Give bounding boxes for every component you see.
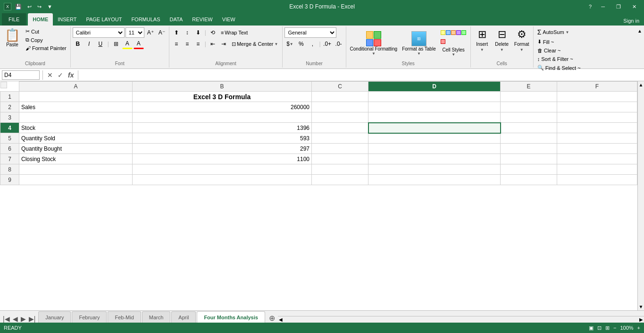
align-center-btn[interactable]: ≡ xyxy=(182,39,192,49)
function-btn[interactable]: fx xyxy=(67,71,75,79)
tab-insert[interactable]: INSERT xyxy=(53,13,81,26)
cell-A2[interactable]: Sales xyxy=(19,102,133,112)
cell-D1[interactable] xyxy=(368,92,501,102)
cell-E4[interactable] xyxy=(501,123,557,133)
tab-next-btn[interactable]: ▶ xyxy=(20,315,27,323)
indent-inc-btn[interactable]: ⇥ xyxy=(218,39,229,49)
view-normal-btn[interactable]: ▣ xyxy=(589,325,594,331)
underline-button[interactable]: U xyxy=(95,39,106,49)
cell-E9[interactable] xyxy=(501,175,557,185)
cell-C7[interactable] xyxy=(312,154,368,164)
ribbon-collapse-btn[interactable]: ▲ xyxy=(636,26,644,35)
cell-F9[interactable] xyxy=(557,175,637,185)
tab-page-layout[interactable]: PAGE LAYOUT xyxy=(81,13,126,26)
font-family-select[interactable]: Calibri xyxy=(73,27,125,38)
tab-data[interactable]: DATA xyxy=(165,13,188,26)
formula-input[interactable] xyxy=(81,71,642,79)
tab-review[interactable]: REVIEW xyxy=(187,13,217,26)
align-bottom-btn[interactable]: ⬇ xyxy=(193,27,203,38)
zoom-out-btn[interactable]: − xyxy=(613,325,616,331)
save-qs-btn[interactable]: 💾 xyxy=(13,3,24,11)
tab-home[interactable]: HOME xyxy=(28,13,53,26)
cell-B3[interactable] xyxy=(133,112,312,123)
row-header-8[interactable]: 8 xyxy=(0,164,19,175)
cell-F7[interactable] xyxy=(557,154,637,164)
cell-F6[interactable] xyxy=(557,144,637,154)
col-header-E[interactable]: E xyxy=(501,82,557,92)
cell-E6[interactable] xyxy=(501,144,557,154)
fill-button[interactable]: ⬇ Fill ~ xyxy=(535,38,583,46)
cell-F1[interactable] xyxy=(557,92,637,102)
tab-view[interactable]: VIEW xyxy=(217,13,240,26)
cell-B1[interactable]: Excel 3 D Formula xyxy=(133,92,312,102)
fill-color-button[interactable]: A xyxy=(122,39,133,49)
cell-B9[interactable] xyxy=(133,175,312,185)
col-header-A[interactable]: A xyxy=(19,82,133,92)
row-header-1[interactable]: 1 xyxy=(0,92,19,102)
name-box[interactable] xyxy=(2,70,40,80)
indent-dec-btn[interactable]: ⇤ xyxy=(208,39,218,49)
cell-A3[interactable] xyxy=(19,112,133,123)
cell-A5[interactable]: Quantity Sold xyxy=(19,133,133,144)
view-pagebreak-btn[interactable]: ⊞ xyxy=(605,325,610,331)
align-top-btn[interactable]: ⬆ xyxy=(171,27,182,38)
tab-file[interactable]: FILE xyxy=(2,13,26,26)
help-btn[interactable]: ? xyxy=(587,3,594,10)
cell-A1[interactable] xyxy=(19,92,133,102)
currency-button[interactable]: $▼ xyxy=(284,39,295,49)
cell-D8[interactable] xyxy=(368,164,501,175)
row-header-3[interactable]: 3 xyxy=(0,112,19,123)
col-header-B[interactable]: B xyxy=(133,82,312,92)
tab-first-btn[interactable]: |◀ xyxy=(2,315,11,323)
cell-C8[interactable] xyxy=(312,164,368,175)
format-painter-button[interactable]: 🖌 Format Painter xyxy=(24,44,68,52)
clear-button[interactable]: 🗑 Clear ~ xyxy=(535,47,583,54)
cancel-formula-btn[interactable]: ✕ xyxy=(46,71,54,79)
merge-center-button[interactable]: ⊡ Merge & Center ▼ xyxy=(229,40,281,48)
cell-C3[interactable] xyxy=(312,112,368,123)
format-button[interactable]: ⚙ Format ▼ xyxy=(512,27,531,53)
insert-button[interactable]: ⊞ Insert ▼ xyxy=(473,27,492,53)
confirm-formula-btn[interactable]: ✓ xyxy=(56,71,65,79)
bold-button[interactable]: B xyxy=(73,39,83,49)
scroll-right-btn[interactable]: ▶ xyxy=(639,317,643,322)
cell-D5[interactable] xyxy=(368,133,501,144)
tab-prev-btn[interactable]: ◀ xyxy=(12,315,19,323)
align-right-btn[interactable]: ≡ xyxy=(193,39,203,49)
sort-filter-button[interactable]: ↕ Sort & Filter ~ xyxy=(535,55,583,63)
cell-B8[interactable] xyxy=(133,164,312,175)
copy-button[interactable]: ⧉ Copy xyxy=(24,36,68,44)
cell-F3[interactable] xyxy=(557,112,637,123)
row-header-2[interactable]: 2 xyxy=(0,102,19,112)
horizontal-scrollbar[interactable]: ◀ ▶ xyxy=(278,316,644,323)
tab-last-btn[interactable]: ▶| xyxy=(28,315,37,323)
comma-button[interactable]: , xyxy=(307,39,318,49)
cell-A8[interactable] xyxy=(19,164,133,175)
cell-styles-button[interactable]: Cell Styles ▼ xyxy=(439,29,468,58)
italic-button[interactable]: I xyxy=(84,39,94,49)
corner-button[interactable] xyxy=(0,82,7,88)
cell-F5[interactable] xyxy=(557,133,637,144)
cell-E1[interactable] xyxy=(501,92,557,102)
customize-qs-btn[interactable]: ▼ xyxy=(45,3,54,10)
scroll-down-btn[interactable]: ▼ xyxy=(639,304,644,309)
redo-qs-btn[interactable]: ↪ xyxy=(35,3,43,11)
cell-B4[interactable]: 1396 xyxy=(133,123,312,133)
col-header-D[interactable]: D xyxy=(368,82,501,92)
cell-C2[interactable] xyxy=(312,102,368,112)
cell-B5[interactable]: 593 xyxy=(133,133,312,144)
autosum-button[interactable]: Σ AutoSum ▼ xyxy=(535,27,583,37)
cell-D2[interactable] xyxy=(368,102,501,112)
sheet-tab-four-months[interactable]: Four Months Analysis xyxy=(197,311,265,323)
cell-E5[interactable] xyxy=(501,133,557,144)
cell-B7[interactable]: 1100 xyxy=(133,154,312,164)
restore-btn[interactable]: ❐ xyxy=(612,3,625,11)
cell-A7[interactable]: Closing Stock xyxy=(19,154,133,164)
close-btn[interactable]: ✕ xyxy=(628,3,640,11)
cell-A4[interactable]: Stock xyxy=(19,123,133,133)
cut-button[interactable]: ✂ Cut xyxy=(24,27,68,35)
cell-C9[interactable] xyxy=(312,175,368,185)
decimal-increase-btn[interactable]: .0+ xyxy=(322,39,333,49)
row-header-6[interactable]: 6 xyxy=(0,144,19,154)
cell-B6[interactable]: 297 xyxy=(133,144,312,154)
